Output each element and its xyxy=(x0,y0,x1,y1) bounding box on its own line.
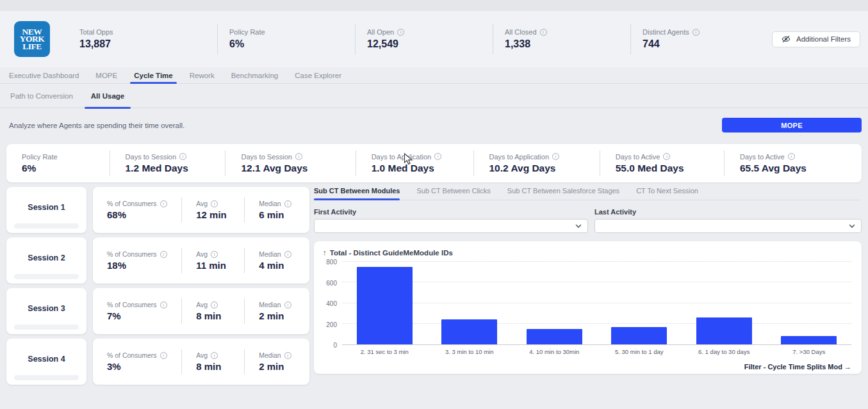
session-row: Session 4% of Consumersi3%Avgi8 minMedia… xyxy=(6,339,309,385)
chart-bar[interactable] xyxy=(441,319,497,345)
header-stat: Distinct Agentsi744 xyxy=(630,24,768,54)
session-name: Session 3 xyxy=(28,304,65,313)
activity-filters: First Activity Last Activity xyxy=(314,208,862,233)
session-stats-card: % of Consumersi3%Avgi8 minMediani2 min xyxy=(93,339,309,385)
kpi-label: Days to Applicationi xyxy=(372,153,473,161)
session-stat-value: 3% xyxy=(107,361,181,372)
last-activity-select[interactable] xyxy=(594,219,862,233)
session-card-4[interactable]: Session 4 xyxy=(6,339,86,385)
info-icon[interactable]: i xyxy=(211,200,218,207)
info-icon[interactable]: i xyxy=(552,153,559,160)
kpi-value: 1.2 Med Days xyxy=(126,163,225,174)
info-icon[interactable]: i xyxy=(540,29,547,36)
info-icon[interactable]: i xyxy=(295,153,302,160)
info-icon[interactable]: i xyxy=(160,200,167,207)
chart-title: Total - Distinct GuideMeModule IDs xyxy=(330,249,453,257)
kpi-stat: Days to Sessioni1.2 Med Days xyxy=(110,150,225,176)
header-stat-label: All Openi xyxy=(367,28,493,36)
header-stat-label-text: Total Opps xyxy=(79,28,113,36)
new-york-life-logo: NEWYORKLIFE xyxy=(14,21,50,57)
info-icon[interactable]: i xyxy=(692,29,700,36)
mope-button[interactable]: MOPE xyxy=(722,118,862,132)
x-tick-label: 2. 31 sec to 3 min xyxy=(342,345,427,355)
info-icon[interactable]: i xyxy=(160,301,167,309)
header-stat-label: Total Opps xyxy=(79,28,217,36)
session-stat-label: Mediani xyxy=(259,200,309,207)
nav-tab-rework[interactable]: Rework xyxy=(190,72,215,83)
header-stat-label-text: Distinct Agents xyxy=(643,28,689,36)
nav-tab-benchmarking[interactable]: Benchmarking xyxy=(231,72,279,83)
chart-bar[interactable] xyxy=(357,267,413,344)
top-band xyxy=(0,0,868,11)
chart-bar[interactable] xyxy=(527,329,582,344)
subnav-tab-path-to-conversion[interactable]: Path to Conversion xyxy=(10,92,73,102)
chart-bar[interactable] xyxy=(611,327,667,344)
kpi-stat: Days to Activei55.0 Med Days xyxy=(600,150,724,176)
subnav-tab-all-usage[interactable]: All Usage xyxy=(91,92,124,102)
info-icon[interactable]: i xyxy=(284,352,291,359)
session-stat: % of Consumersi18% xyxy=(93,248,181,273)
nav-tab-executive-dashboard[interactable]: Executive Dashboard xyxy=(9,72,79,83)
header-stat-value: 744 xyxy=(643,38,768,50)
header-stat-label-text: Policy Rate xyxy=(229,28,265,36)
kpi-label: Days to Applicationi xyxy=(489,153,600,161)
panel-tab-sub-ct-between-salesforce-stages[interactable]: Sub CT Between Salesforce Stages xyxy=(507,187,619,195)
info-icon[interactable]: i xyxy=(663,153,670,160)
kpi-value: 65.5 Avg Days xyxy=(740,163,862,174)
session-stat-label-text: % of Consumers xyxy=(107,351,157,359)
chart-bar[interactable] xyxy=(781,336,837,344)
kpi-stat: Days to Sessioni12.1 Avg Days xyxy=(225,150,355,176)
info-icon[interactable]: i xyxy=(160,251,167,258)
session-card-3[interactable]: Session 3 xyxy=(6,288,86,334)
info-icon[interactable]: i xyxy=(284,301,291,309)
info-icon[interactable]: i xyxy=(211,251,218,258)
header-stat-label-text: All Open xyxy=(367,28,394,36)
info-icon[interactable]: i xyxy=(179,153,186,160)
session-stat-label-text: Median xyxy=(259,250,281,258)
session-list: Session 1% of Consumersi68%Avgi12 minMed… xyxy=(6,187,309,385)
session-stat-label-text: Avg xyxy=(196,351,208,359)
info-icon[interactable]: i xyxy=(788,153,795,160)
chart-bar[interactable] xyxy=(696,317,752,344)
first-activity-label: First Activity xyxy=(314,208,588,216)
nav-tab-cycle-time[interactable]: Cycle Time xyxy=(134,72,173,83)
nav-tab-case-explorer[interactable]: Case Explorer xyxy=(295,72,341,83)
y-tick-label: 200 xyxy=(326,321,337,328)
toolbar-row: Analyze where Agents are spending their … xyxy=(0,108,868,142)
session-card-1[interactable]: Session 1 xyxy=(6,187,86,233)
info-icon[interactable]: i xyxy=(397,29,404,36)
info-icon[interactable]: i xyxy=(284,251,291,258)
chevron-down-icon xyxy=(575,224,582,229)
session-stat-value: 2 min xyxy=(259,361,309,372)
chart-x-axis: 2. 31 sec to 3 min3. 3 min to 10 min4. 1… xyxy=(342,345,851,355)
session-stats-card: % of Consumersi7%Avgi8 minMediani2 min xyxy=(93,288,309,334)
info-icon[interactable]: i xyxy=(284,200,291,207)
session-card-2[interactable]: Session 2 xyxy=(6,237,86,284)
first-activity-select[interactable] xyxy=(314,219,588,233)
session-stat-label: Avgi xyxy=(196,351,244,359)
panel-tab-sub-ct-between-modules[interactable]: Sub CT Between Modules xyxy=(314,187,400,195)
header-stat: All Closedi1,338 xyxy=(493,24,630,54)
session-name: Session 1 xyxy=(28,203,65,212)
info-icon[interactable]: i xyxy=(211,301,218,309)
cycle-time-splits-filter-link[interactable]: Filter - Cycle Time Splits Mod → xyxy=(744,363,851,371)
kpi-label-text: Days to Active xyxy=(616,153,660,161)
info-icon[interactable]: i xyxy=(434,153,441,160)
panel-tab-sub-ct-between-clicks[interactable]: Sub CT Between Clicks xyxy=(416,187,490,195)
nav-tab-mope[interactable]: MOPE xyxy=(95,72,117,83)
info-icon[interactable]: i xyxy=(211,352,218,359)
session-stat-label-text: % of Consumers xyxy=(107,200,157,207)
kpi-value: 12.1 Avg Days xyxy=(241,163,355,174)
kpi-stat: Policy Rate6% xyxy=(6,150,110,176)
chart-sort-header[interactable]: ↑ Total - Distinct GuideMeModule IDs xyxy=(323,249,851,257)
session-stat-label-text: Avg xyxy=(196,200,208,207)
session-stat-label-text: % of Consumers xyxy=(107,301,157,309)
additional-filters-button[interactable]: Additional Filters xyxy=(772,31,860,47)
header-stat-value: 6% xyxy=(229,38,355,50)
info-icon[interactable]: i xyxy=(160,352,167,359)
header-stat-value: 12,549 xyxy=(367,38,493,50)
sort-ascending-icon: ↑ xyxy=(323,249,327,257)
session-stat-value: 4 min xyxy=(259,260,309,271)
header-stat-label: Policy Rate xyxy=(229,28,355,36)
panel-tab-ct-to-next-session[interactable]: CT To Next Session xyxy=(636,187,698,195)
